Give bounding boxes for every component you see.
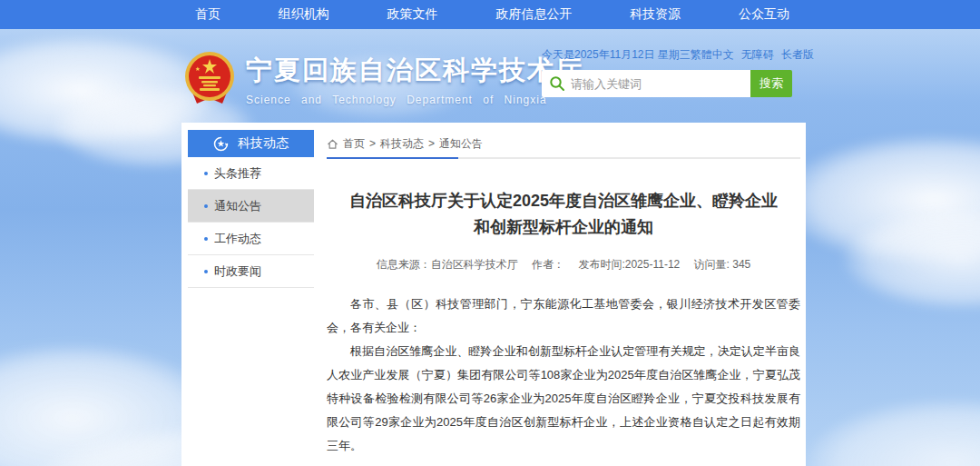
- site-title-block: 宁夏回族自治区科学技术厅 Science and Technology Depa…: [246, 53, 583, 106]
- sidebar-item-label: 时政要闻: [214, 263, 261, 280]
- top-nav-bar: 首页 组织机构 政策文件 政府信息公开 科技资源 公众互动: [0, 0, 980, 29]
- breadcrumb-divider: [327, 157, 800, 159]
- site-title: 宁夏回族自治区科学技术厅: [246, 53, 583, 89]
- sidebar-title: 科技动态: [238, 135, 289, 152]
- site-subtitle: Science and Technology Department of Nin…: [246, 94, 583, 106]
- nav-item-interaction[interactable]: 公众互动: [739, 6, 789, 23]
- accessibility-link[interactable]: 无障碍: [741, 47, 774, 63]
- article-paragraph: 各市、县（区）科技管理部门，宁东能源化工基地管委会，银川经济技术开发区管委会，各…: [327, 292, 800, 340]
- search-icon: [549, 75, 565, 92]
- sidebar-item-work-trends[interactable]: 工作动态: [188, 223, 314, 255]
- traditional-chinese-link[interactable]: 繁體中文: [691, 47, 734, 63]
- breadcrumb-home[interactable]: 首页: [343, 136, 365, 152]
- elder-version-link[interactable]: 长者版: [781, 47, 814, 63]
- search-bar: 搜索: [542, 70, 792, 97]
- nav-item-resources[interactable]: 科技资源: [630, 6, 681, 23]
- bullet-dot-icon: [204, 237, 208, 241]
- article-paragraph: 根据自治区雏鹰企业、瞪羚企业和创新型标杆企业认定管理有关规定，决定认定半亩良人农…: [327, 340, 800, 458]
- breadcrumb: 首页 > 科技动态 > 通知公告: [327, 132, 800, 155]
- article-area: 首页 > 科技动态 > 通知公告 自治区科技厅关于认定2025年度自治区雏鹰企业…: [327, 130, 800, 466]
- sidebar-header: 科技动态: [188, 130, 314, 157]
- top-nav-links: 首页 组织机构 政策文件 政府信息公开 科技资源 公众互动: [195, 0, 789, 29]
- date-lang-row: 今天是2025年11月12日 星期三 繁體中文 无障碍 长者版: [542, 47, 792, 63]
- breadcrumb-divider-highlight: [327, 157, 458, 159]
- breadcrumb-separator: >: [369, 137, 376, 150]
- sidebar: 科技动态 头条推荐 通知公告 工作动态 时政要闻: [188, 130, 314, 288]
- sidebar-item-headlines[interactable]: 头条推荐: [188, 157, 314, 190]
- national-emblem-logo: [184, 51, 235, 107]
- lang-links: 繁體中文 无障碍 长者版: [691, 47, 814, 63]
- page-background: 首页 组织机构 政策文件 政府信息公开 科技资源 公众互动 宁夏回族自治区科学技: [0, 0, 980, 466]
- sidebar-item-current-politics[interactable]: 时政要闻: [188, 255, 314, 288]
- article-body: 各市、县（区）科技管理部门，宁东能源化工基地管委会，银川经济技术开发区管委会，各…: [327, 292, 800, 458]
- breadcrumb-category[interactable]: 科技动态: [380, 136, 424, 152]
- bullet-dot-icon: [204, 270, 208, 273]
- bullet-dot-icon: [204, 172, 208, 175]
- article-title-line1: 自治区科技厅关于认定2025年度自治区雏鹰企业、瞪羚企业: [327, 188, 800, 214]
- site-brand[interactable]: 宁夏回族自治区科学技术厅 Science and Technology Depa…: [184, 51, 583, 107]
- cloud-decoration: [808, 400, 980, 466]
- nav-item-gov-info[interactable]: 政府信息公开: [495, 6, 572, 23]
- header-utilities: 今天是2025年11月12日 星期三 繁體中文 无障碍 长者版 搜索: [542, 47, 792, 97]
- article-title-line2: 和创新型标杆企业的通知: [327, 214, 800, 241]
- search-box: [542, 70, 750, 97]
- site-header: 宁夏回族自治区科学技术厅 Science and Technology Depa…: [0, 29, 980, 123]
- meta-source: 信息来源：自治区科学技术厅: [377, 258, 518, 271]
- content-panel: 科技动态 头条推荐 通知公告 工作动态 时政要闻: [181, 123, 806, 466]
- nav-item-home[interactable]: 首页: [195, 6, 220, 23]
- bullet-dot-icon: [204, 204, 208, 208]
- article-meta: 信息来源：自治区科学技术厅 作者： 发布时间:2025-11-12 访问量: 3…: [327, 257, 800, 273]
- search-input[interactable]: [571, 77, 716, 91]
- meta-views: 访问量: 345: [694, 258, 751, 271]
- current-date: 今天是2025年11月12日 星期三: [542, 47, 691, 63]
- meta-author: 作者：: [532, 258, 564, 271]
- nav-item-policy[interactable]: 政策文件: [387, 6, 438, 23]
- sidebar-item-label: 头条推荐: [214, 165, 261, 182]
- sidebar-item-notices[interactable]: 通知公告: [188, 190, 314, 223]
- search-button[interactable]: 搜索: [750, 70, 792, 97]
- meta-published: 发布时间:2025-11-12: [578, 258, 680, 271]
- breadcrumb-current[interactable]: 通知公告: [439, 136, 483, 152]
- nav-item-organization[interactable]: 组织机构: [279, 6, 329, 23]
- breadcrumb-separator: >: [428, 137, 435, 150]
- sidebar-item-label: 工作动态: [214, 231, 261, 247]
- sidebar-item-label: 通知公告: [214, 198, 261, 214]
- article-title: 自治区科技厅关于认定2025年度自治区雏鹰企业、瞪羚企业 和创新型标杆企业的通知: [327, 188, 800, 241]
- home-icon: [327, 138, 338, 150]
- circular-star-icon: [213, 136, 229, 152]
